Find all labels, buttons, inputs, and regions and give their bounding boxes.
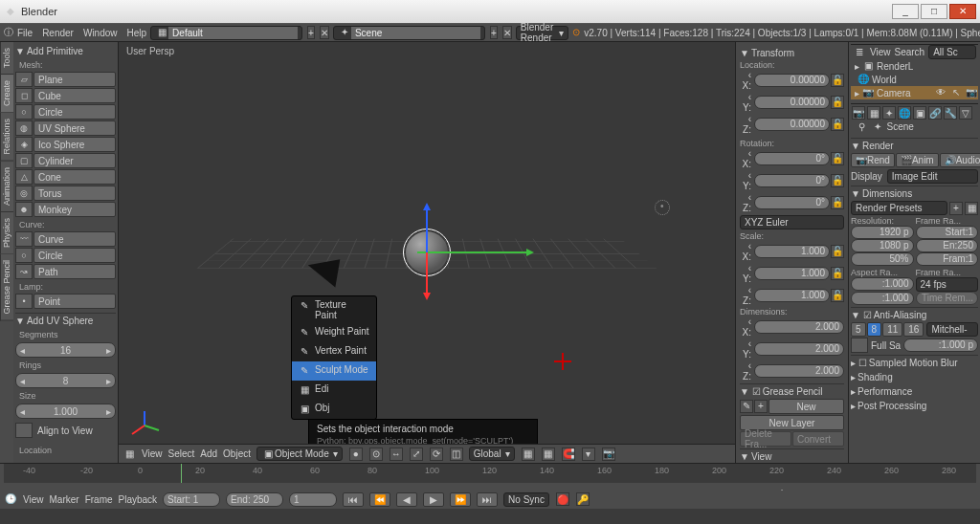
- prop-tab-scene[interactable]: ✦: [882, 106, 896, 120]
- res-pct[interactable]: 50%: [851, 252, 914, 266]
- manipulator-z-axis[interactable]: [426, 205, 428, 252]
- lock-roty[interactable]: 🔓: [831, 174, 844, 187]
- screen-layout-selector[interactable]: ▦: [150, 26, 302, 40]
- aa-header[interactable]: ▼ ☑ Anti-Aliasing: [851, 307, 978, 322]
- aa-5[interactable]: 5: [851, 322, 866, 337]
- aa-filter[interactable]: Mitchell-: [926, 322, 978, 337]
- manipulator-rotate[interactable]: ⟳: [430, 448, 443, 461]
- viewport-3d[interactable]: User Persp ✎Texture Paint ✎Weight Paint …: [119, 42, 735, 463]
- add-cylinder-button[interactable]: Cylinder: [33, 153, 116, 168]
- restrict-view-icon[interactable]: 👁: [934, 86, 947, 99]
- restrict-select-icon[interactable]: ↖: [949, 86, 963, 99]
- grease-header[interactable]: ▼ ☑ Grease Pencil: [740, 383, 844, 399]
- prop-tab-modifiers[interactable]: 🔧: [944, 106, 957, 120]
- vp-menu-object[interactable]: Object: [223, 448, 251, 459]
- maximize-button[interactable]: □: [921, 4, 947, 19]
- frame-end[interactable]: En:250: [916, 239, 979, 252]
- outliner-renderlayers[interactable]: ▸▣RenderL: [851, 59, 978, 73]
- camera-object[interactable]: [308, 259, 345, 291]
- time-remap[interactable]: Time Rem...: [916, 292, 979, 305]
- tab-tools[interactable]: Tools: [0, 42, 13, 75]
- timeline-cursor[interactable]: [181, 464, 182, 483]
- prev-keyframe-button[interactable]: ⏪: [369, 492, 390, 507]
- menu-file[interactable]: File: [17, 28, 33, 38]
- manipulator-scale[interactable]: ◫: [450, 448, 463, 461]
- layers-button-2[interactable]: ▦: [542, 448, 555, 461]
- timeline-track[interactable]: -40-200204060801001201401601802002202402…: [4, 464, 976, 483]
- tab-grease-pencil[interactable]: Grease Pencil: [0, 254, 13, 321]
- add-point-lamp-button[interactable]: Point: [33, 294, 116, 309]
- sync-mode[interactable]: No Sync: [503, 492, 549, 507]
- tab-physics[interactable]: Physics: [0, 212, 13, 254]
- res-y[interactable]: 1080 p: [851, 239, 914, 252]
- tl-menu-view[interactable]: View: [23, 494, 44, 505]
- restrict-render-icon[interactable]: 📷: [965, 86, 978, 99]
- prop-tab-render[interactable]: 📷: [852, 106, 865, 120]
- menu-window[interactable]: Window: [83, 28, 118, 38]
- vp-menu-view[interactable]: View: [142, 448, 163, 459]
- dim-y[interactable]: 2.000: [754, 342, 844, 356]
- outliner-filter[interactable]: All Sc: [928, 45, 976, 59]
- lock-rotz[interactable]: 🔓: [831, 196, 844, 209]
- jump-end-button[interactable]: ⏭: [477, 492, 498, 507]
- outliner-view[interactable]: View: [870, 47, 891, 57]
- render-button[interactable]: 📷Rend: [851, 153, 895, 167]
- preset-remove[interactable]: ▦: [965, 202, 978, 215]
- loc-x[interactable]: 0.00000: [754, 74, 830, 87]
- scl-y[interactable]: 1.000: [754, 267, 830, 280]
- mode-selector[interactable]: ▣Object Mode▾: [256, 447, 343, 461]
- outliner-camera[interactable]: ▸📷Camera👁↖📷: [851, 86, 978, 99]
- frame-step[interactable]: Fram:1: [916, 252, 979, 266]
- outliner-world[interactable]: 🌐World: [851, 73, 978, 86]
- add-uvsphere-button[interactable]: UV Sphere: [33, 120, 116, 136]
- tab-relations[interactable]: Relations: [0, 113, 13, 162]
- prop-tab-layers[interactable]: ▦: [867, 106, 880, 120]
- rings-slider[interactable]: ◂8 ▸: [15, 373, 116, 388]
- close-button[interactable]: ✕: [949, 4, 976, 19]
- scene-selector[interactable]: ✦: [333, 26, 485, 40]
- outliner-search[interactable]: Search: [895, 47, 925, 57]
- preset-add[interactable]: +: [949, 202, 963, 215]
- rot-x[interactable]: 0°: [754, 152, 830, 165]
- aa-16[interactable]: 16: [903, 322, 924, 337]
- autokey-button[interactable]: 🔴: [556, 492, 569, 506]
- render-viewport-button[interactable]: 📷: [602, 448, 615, 461]
- fullsample-checkbox[interactable]: [851, 338, 868, 353]
- add-curve-button[interactable]: Curve: [33, 231, 116, 247]
- manipulator-x-axis[interactable]: [417, 251, 532, 253]
- prop-tab-object[interactable]: ▣: [913, 106, 926, 120]
- orientation-selector[interactable]: Global▾: [469, 447, 515, 461]
- gp-draw-icon[interactable]: ✎: [740, 400, 753, 413]
- perf-header[interactable]: ▸ Performance: [851, 384, 978, 399]
- snap-element[interactable]: ▾: [582, 448, 595, 461]
- post-header[interactable]: ▸ Post Processing: [851, 399, 978, 413]
- res-x[interactable]: 1920 p: [851, 226, 914, 239]
- add-monkey-button[interactable]: Monkey: [33, 202, 116, 217]
- add-curve-circle-button[interactable]: Circle: [33, 248, 116, 263]
- keying-set-button[interactable]: 🔑: [576, 492, 590, 506]
- manipulator-y-axis[interactable]: [426, 252, 428, 298]
- current-frame[interactable]: 1: [289, 492, 337, 507]
- mode-sculpt[interactable]: ✎Sculpt Mode: [292, 361, 376, 381]
- play-button[interactable]: ▶: [423, 492, 444, 507]
- play-reverse-button[interactable]: ◀: [396, 492, 417, 507]
- next-keyframe-button[interactable]: ⏩: [450, 492, 471, 507]
- shading-solid-button[interactable]: ●: [349, 448, 363, 461]
- scene-name[interactable]: [351, 27, 480, 39]
- dimensions-header[interactable]: ▼ Dimensions: [851, 186, 978, 201]
- tl-menu-frame[interactable]: Frame: [85, 494, 113, 505]
- smb-header[interactable]: ▸ ☐ Sampled Motion Blur: [851, 355, 978, 370]
- lock-sclx[interactable]: 🔓: [831, 245, 844, 258]
- lock-rotx[interactable]: 🔓: [831, 152, 844, 165]
- aspect-y[interactable]: :1.000: [851, 292, 914, 305]
- tab-animation[interactable]: Animation: [0, 162, 13, 212]
- tl-menu-marker[interactable]: Marker: [50, 494, 79, 505]
- mode-weight-paint[interactable]: ✎Weight Paint: [292, 323, 376, 342]
- pivot-button[interactable]: ⊙: [369, 448, 383, 461]
- end-frame[interactable]: End: 250: [226, 492, 283, 507]
- jump-start-button[interactable]: ⏮: [343, 492, 364, 507]
- segments-slider[interactable]: ◂16 ▸: [15, 342, 116, 358]
- tab-create[interactable]: Create: [0, 75, 13, 113]
- lock-sclz[interactable]: 🔓: [831, 289, 844, 302]
- dim-z[interactable]: 2.000: [754, 364, 844, 378]
